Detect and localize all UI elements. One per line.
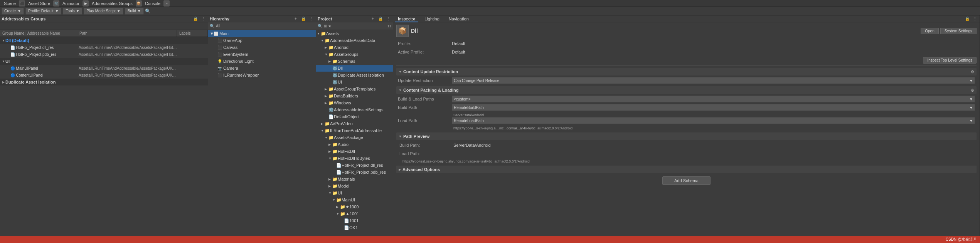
tab-navigation[interactable]: Navigation	[446, 15, 472, 22]
addressables-lock-icon[interactable]: 🔒	[192, 16, 199, 22]
project-search-bar[interactable]: 🔍 ⊞ ★ 11	[316, 22, 393, 30]
advanced-options-title: Advanced Options	[402, 167, 440, 172]
addr-item-contentuipanel[interactable]: 🔵 ContentUIPanel Assets/ILRunTimeAndAddr…	[0, 72, 208, 79]
proj-defaultobject[interactable]: 📄 DefaultObject	[316, 113, 393, 120]
content-packing-section[interactable]: ▼ Content Packing & Loading ⚙	[396, 86, 977, 94]
hier-item-camera[interactable]: 📷 Camera	[208, 65, 316, 72]
proj-dll[interactable]: ⚙️ Dll	[316, 65, 393, 72]
proj-schemas[interactable]: ▶ 📁 Schemas	[316, 58, 393, 65]
addressables-icon[interactable]: 📦	[136, 0, 142, 7]
hierarchy-menu-icon[interactable]: ⋮	[308, 16, 314, 22]
hierarchy-add-icon[interactable]: +	[293, 16, 299, 22]
schemas-icon: 📁	[332, 59, 338, 64]
project-content: ▼ 📁 Assets ▼ 📁 AddressableAssetsData ▶ 📁…	[316, 30, 393, 236]
hier-item-ilruntimewrapper[interactable]: ⬛ ILRuntimeWrapper	[208, 72, 316, 79]
advanced-options-section[interactable]: ▶ Advanced Options	[396, 166, 977, 173]
proj-windows[interactable]: ▶ 📁 Windows	[316, 99, 393, 106]
proj-ui-group[interactable]: ⚙️ UI	[316, 79, 393, 85]
proj-duplicate[interactable]: ⚙️ Duplicate Asset Isolation	[316, 72, 393, 79]
proj-1001-folder[interactable]: ▼ 📁 ▲1001	[316, 210, 393, 217]
proj-audio[interactable]: ▶ 📁 Audio	[316, 141, 393, 148]
menu-assetstore[interactable]: Asset Store	[26, 0, 52, 7]
hier-item-canvas[interactable]: ⬛ Canvas	[208, 44, 316, 51]
proj-assets[interactable]: ▼ 📁 Assets	[316, 30, 393, 37]
ui-group-icon: ⚙️	[332, 80, 338, 85]
menu-animator[interactable]: Animator	[60, 0, 82, 7]
addr-item-dllres[interactable]: 📄 HotFix_Project.dll_res Assets/ILRunTim…	[0, 44, 208, 51]
hier-item-gameapp[interactable]: ⬛ GameApp	[208, 37, 316, 44]
profile-dropdown[interactable]: Profile: Default ▼	[25, 8, 62, 15]
proj-ok1[interactable]: 📄 OK1	[316, 224, 393, 231]
tab-inspector[interactable]: Inspector	[395, 15, 418, 22]
proj-model[interactable]: ▶ 📁 Model	[316, 183, 393, 189]
addressables-content: ▼ Dll (Default) 📄 HotFix_Project.dll_res…	[0, 37, 208, 236]
group-dll-default[interactable]: ▼ Dll (Default)	[0, 37, 208, 44]
update-restriction-dropdown[interactable]: Can Change Post Release ▼	[452, 77, 975, 84]
profile-row: Profile: Default	[398, 40, 975, 47]
playmode-dropdown[interactable]: Play Mode Script ▼	[84, 8, 123, 15]
hierarchy-search-bar[interactable]: 🔍 All	[208, 22, 316, 30]
hierarchy-title: Hierarchy	[210, 17, 229, 21]
asset-icon: 📦	[398, 27, 407, 35]
inspector-lock-icon[interactable]: 🔒	[964, 16, 970, 22]
build-path-dropdown[interactable]: RemoteBuildPath ▼	[452, 104, 975, 111]
inspect-top-level-button[interactable]: Inspect Top Level Settings	[923, 57, 977, 64]
animator-icon[interactable]: ▶	[83, 0, 89, 7]
create-dropdown[interactable]: Create ▼	[2, 8, 24, 15]
add-schema-button[interactable]: Add Schema	[662, 176, 711, 185]
proj-materials[interactable]: ▶ 📁 Materials	[316, 176, 393, 183]
build-dropdown[interactable]: Build ▼	[125, 8, 144, 15]
inspector-more-icon[interactable]: ⋮	[972, 16, 978, 22]
proj-mainui[interactable]: ▼ 📁 MainUI	[316, 196, 393, 203]
assetstore-icon[interactable]: 🛒	[53, 0, 59, 7]
project-menu-icon[interactable]: ⋮	[385, 16, 391, 22]
addressables-menu-icon[interactable]: ⋮	[200, 16, 206, 22]
proj-addressableassetsettings[interactable]: ⚙️ AddressableAssetSettings	[316, 106, 393, 113]
tab-lighting[interactable]: Lighting	[421, 15, 443, 22]
proj-assetpackage[interactable]: ▼ 📁 AssetsPackage	[316, 134, 393, 141]
tools-dropdown[interactable]: Tools ▼	[63, 8, 82, 15]
open-button[interactable]: Open	[921, 28, 938, 34]
proj-assetgrouptemplates[interactable]: ▶ 📁 AssetGroupTemplates	[316, 85, 393, 92]
system-settings-button[interactable]: System Settings	[940, 28, 977, 34]
hier-item-eventsystem[interactable]: ⬛ EventSystem	[208, 51, 316, 58]
proj-ilruntimeandaddressable[interactable]: ▼ 📁 ILRunTimeAndAddressable	[316, 127, 393, 134]
proj-1001-asset[interactable]: 📄 1001	[316, 217, 393, 224]
content-update-fields: Update Restriction Can Change Post Relea…	[396, 77, 977, 84]
project-lock-icon[interactable]: 🔒	[377, 16, 384, 22]
proj-hotfixdll[interactable]: ▶ 📁 HotFixDll	[316, 148, 393, 155]
update-restriction-label: Update Restriction	[398, 78, 452, 83]
build-load-paths-dropdown[interactable]: <custom> ▼	[452, 96, 975, 102]
proj-hotfixdlltobytes[interactable]: ▼ 📁 HotFixDllToBytes	[316, 155, 393, 162]
proj-addressabledata[interactable]: ▼ 📁 AddressableAssetsData	[316, 37, 393, 44]
scene-icon[interactable]: ⬛	[19, 0, 25, 7]
path-preview-section[interactable]: ▼ Path Preview	[396, 132, 977, 140]
content-update-gear-icon[interactable]: ⚙	[971, 70, 974, 74]
console-icon[interactable]: ≡	[163, 0, 170, 7]
hierarchy-lock-icon[interactable]: 🔒	[300, 16, 306, 22]
proj-dllres[interactable]: 📄 HotFix_Project.dll_res	[316, 162, 393, 169]
proj-1000[interactable]: ▶ 📁 ★1000	[316, 203, 393, 210]
proj-ui-folder[interactable]: ▼ 📁 UI	[316, 189, 393, 196]
hier-item-main[interactable]: ▼ ⬜ Main	[208, 30, 316, 37]
group-duplicate[interactable]: ▶ Duplicate Asset Isolation	[0, 79, 208, 85]
addr-item-mainuipanel[interactable]: 🔵 MainUIPanel Assets/ILRunTimeAndAddress…	[0, 65, 208, 72]
addr-item-pdbres[interactable]: 📄 HotFix_Project.pdb_res Assets/ILRunTim…	[0, 51, 208, 58]
menu-console[interactable]: Console	[143, 0, 163, 7]
proj-avprovideo[interactable]: ▶ 📁 AVProVideo	[316, 120, 393, 127]
proj-databuilders[interactable]: ▶ 📁 DataBuilders	[316, 92, 393, 99]
proj-android[interactable]: ▶ 📁 Android	[316, 44, 393, 51]
hier-item-directionallight[interactable]: 💡 Directional Light	[208, 58, 316, 65]
proj-assetgroups[interactable]: ▼ 📁 AssetGroups	[316, 51, 393, 58]
menu-addressables[interactable]: Addressables Groups	[89, 0, 135, 7]
load-path-dropdown[interactable]: RemoteLoadPath ▼	[452, 117, 975, 124]
group-ui[interactable]: ▼ UI	[0, 58, 208, 65]
load-path-row: Load Path RemoteLoadPath ▼	[398, 117, 975, 124]
project-add-icon[interactable]: +	[370, 16, 376, 22]
search-icon[interactable]: 🔍	[145, 8, 151, 14]
proj-pdbres[interactable]: 📄 HotFix_Project.pdb_res	[316, 169, 393, 176]
addressables-panel: Addressables Groups 🔒 ⋮ Group Name | Add…	[0, 15, 208, 236]
content-update-section[interactable]: ▼ Content Update Restriction ⚙	[396, 68, 977, 75]
content-packing-gear-icon[interactable]: ⚙	[971, 88, 974, 92]
menu-scene[interactable]: Scene	[2, 0, 18, 7]
